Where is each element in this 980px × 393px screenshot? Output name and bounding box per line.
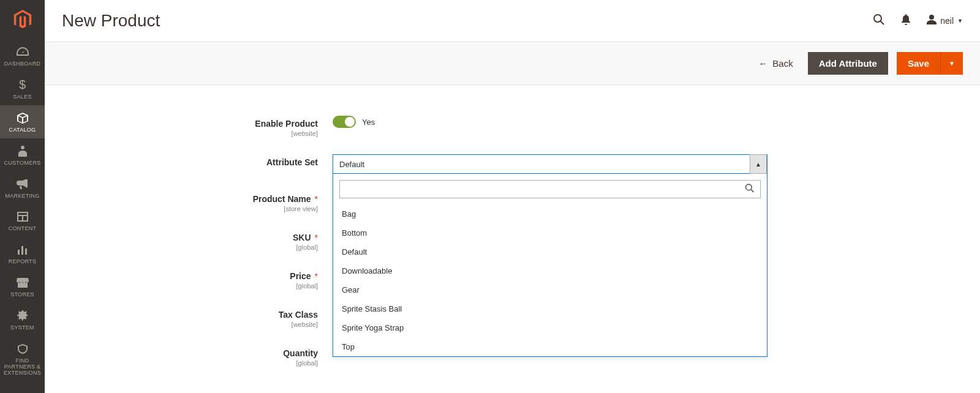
add-attribute-button[interactable]: Add Attribute <box>808 52 888 75</box>
sidebar-item-sales[interactable]: $ SALES <box>0 72 45 105</box>
field-scope: [website] <box>62 130 318 137</box>
field-label: Price <box>290 271 311 281</box>
attribute-set-option[interactable]: Gear <box>333 280 767 299</box>
save-button[interactable]: Save <box>897 52 940 75</box>
page-header: New Product neil ▼ <box>45 0 980 37</box>
sidebar-item-content[interactable]: CONTENT <box>0 204 45 237</box>
sidebar-item-label: CATALOG <box>9 127 36 133</box>
enable-product-toggle[interactable] <box>333 116 356 128</box>
required-star: * <box>315 233 318 242</box>
caret-up-icon: ▲ <box>755 161 761 168</box>
attribute-set-select[interactable]: Default ▲ <box>333 154 767 174</box>
page-title: New Product <box>62 11 160 31</box>
label-wrap: Price* [global] <box>62 268 333 290</box>
label-wrap: Attribute Set <box>62 154 333 167</box>
sidebar-item-system[interactable]: SYSTEM <box>0 303 45 336</box>
attribute-set-option[interactable]: Bag <box>333 204 767 223</box>
admin-sidebar: DASHBOARD $ SALES CATALOG CUSTOMERS MARK… <box>0 0 45 381</box>
bars-icon <box>17 243 28 256</box>
attribute-set-option[interactable]: Bottom <box>333 223 767 242</box>
required-star: * <box>315 271 318 281</box>
product-form: Enable Product [website] Yes Attribute S… <box>45 85 980 381</box>
magento-logo-icon <box>13 10 32 29</box>
layout-icon <box>17 210 28 223</box>
search-icon[interactable] <box>873 13 885 29</box>
field-scope: [global] <box>62 359 318 367</box>
label-wrap: SKU* [global] <box>62 230 333 251</box>
sidebar-item-catalog[interactable]: CATALOG <box>0 105 45 138</box>
toggle-knob <box>345 117 355 127</box>
caret-down-icon: ▼ <box>949 60 955 67</box>
sidebar-item-stores[interactable]: STORES <box>0 270 45 303</box>
sidebar-item-label: SYSTEM <box>10 325 34 331</box>
user-menu[interactable]: neil ▼ <box>927 15 963 27</box>
sidebar-item-label: MARKETING <box>5 193 39 200</box>
label-wrap: Tax Class [website] <box>62 307 333 328</box>
back-label: Back <box>772 58 793 69</box>
attribute-set-options: Bag Bottom Default Downloadable Gear Spr… <box>333 204 767 356</box>
field-label: Attribute Set <box>266 157 318 167</box>
field-scope: [store view] <box>62 205 318 212</box>
label-wrap: Quantity [global] <box>62 345 333 367</box>
sidebar-item-label: SALES <box>13 94 32 100</box>
field-label: Enable Product <box>255 119 318 129</box>
row-enable-product: Enable Product [website] Yes <box>62 116 963 137</box>
attribute-set-option[interactable]: Default <box>333 242 767 261</box>
field-scope: [website] <box>62 321 318 328</box>
field-label: Quantity <box>283 348 318 358</box>
field-label: SKU <box>293 233 311 242</box>
megaphone-icon <box>17 178 29 191</box>
sidebar-item-label: STORES <box>10 292 34 298</box>
combo-toggle[interactable]: ▲ <box>750 154 767 174</box>
save-dropdown-toggle[interactable]: ▼ <box>940 52 963 75</box>
required-star: * <box>315 194 318 204</box>
sidebar-item-label: DASHBOARD <box>4 61 41 67</box>
dollar-icon: $ <box>19 78 26 92</box>
partners-icon <box>17 342 29 356</box>
attribute-set-option[interactable]: Sprite Yoga Strap <box>333 318 767 337</box>
person-icon <box>18 144 27 158</box>
control-wrap: Default ▲ Bag Bottom Default Downloadabl… <box>333 154 767 174</box>
sidebar-item-partners[interactable]: FIND PARTNERS & EXTENSIONS <box>0 336 45 381</box>
main-content: New Product neil ▼ ← Back Add Attribute … <box>45 0 980 381</box>
label-wrap: Enable Product [website] <box>62 116 333 137</box>
attribute-set-option[interactable]: Downloadable <box>333 261 767 280</box>
field-scope: [global] <box>62 282 318 290</box>
box-icon <box>17 111 29 125</box>
control-wrap: Yes <box>333 116 767 128</box>
gauge-icon <box>17 45 29 59</box>
field-label: Tax Class <box>279 310 318 320</box>
gear-icon <box>17 309 28 323</box>
caret-down-icon: ▼ <box>957 18 963 24</box>
attribute-set-search-input[interactable] <box>339 180 761 198</box>
magento-logo[interactable] <box>0 0 45 39</box>
save-button-group: Save ▼ <box>897 52 963 75</box>
label-wrap: Product Name* [store view] <box>62 191 333 212</box>
header-actions: neil ▼ <box>873 13 963 29</box>
back-button[interactable]: ← Back <box>758 58 793 69</box>
avatar-icon <box>927 15 937 27</box>
arrow-left-icon: ← <box>758 58 767 69</box>
sidebar-item-label: CONTENT <box>9 226 37 232</box>
sidebar-item-dashboard[interactable]: DASHBOARD <box>0 39 45 72</box>
attribute-set-dropdown: Bag Bottom Default Downloadable Gear Spr… <box>333 174 767 357</box>
sidebar-item-reports[interactable]: REPORTS <box>0 237 45 270</box>
bell-icon[interactable] <box>901 14 911 28</box>
action-bar: ← Back Add Attribute Save ▼ <box>45 42 980 85</box>
row-attribute-set: Attribute Set Default ▲ Bag Bottom Defau… <box>62 154 963 174</box>
attribute-set-option[interactable]: Top <box>333 337 767 356</box>
toggle-value-label: Yes <box>362 118 375 127</box>
sidebar-item-label: REPORTS <box>9 259 36 265</box>
store-icon <box>17 276 29 290</box>
attribute-set-selected: Default <box>339 160 761 169</box>
field-label: Product Name <box>253 194 311 204</box>
sidebar-item-label: CUSTOMERS <box>4 160 40 167</box>
attribute-set-option[interactable]: Sprite Stasis Ball <box>333 299 767 318</box>
sidebar-item-label: FIND PARTNERS & EXTENSIONS <box>0 358 45 376</box>
field-scope: [global] <box>62 244 318 251</box>
sidebar-item-marketing[interactable]: MARKETING <box>0 171 45 204</box>
sidebar-item-customers[interactable]: CUSTOMERS <box>0 138 45 171</box>
user-name: neil <box>940 16 954 26</box>
